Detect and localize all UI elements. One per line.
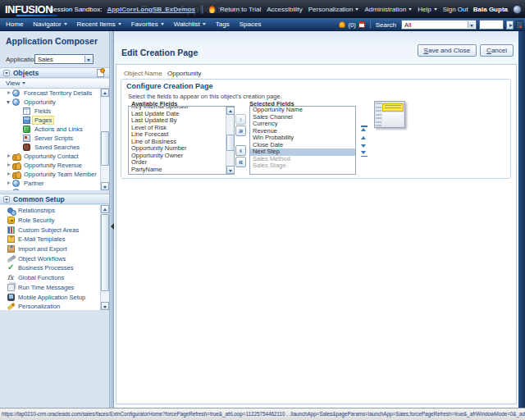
- cancel-button[interactable]: Cancel: [480, 44, 514, 57]
- nav-item[interactable]: Spaces: [240, 21, 262, 28]
- remove-all-button[interactable]: «: [235, 157, 246, 167]
- expand-arrow-icon[interactable]: [7, 154, 11, 158]
- collapse-chevron-icon[interactable]: [3, 196, 10, 203]
- globe-icon[interactable]: [513, 5, 522, 14]
- list-item[interactable]: Currency: [250, 121, 355, 128]
- session-sandbox-link[interactable]: ApplCoreLongSB_ExDemos: [107, 6, 195, 13]
- list-item[interactable]: Role Security: [0, 216, 100, 226]
- list-item[interactable]: Sales Method: [250, 156, 355, 163]
- move-selected-button[interactable]: ›: [235, 114, 246, 125]
- list-item[interactable]: Revenue: [250, 128, 355, 135]
- expand-arrow-icon[interactable]: [7, 172, 11, 176]
- list-item[interactable]: Order: [129, 159, 226, 167]
- objects-panel-header[interactable]: Objects: [0, 67, 109, 78]
- scroll-up-button[interactable]: [226, 107, 235, 115]
- tree-item[interactable]: Opportunity Team Member: [0, 170, 100, 179]
- remove-selected-button[interactable]: ‹: [235, 145, 246, 156]
- move-to-bottom-icon[interactable]: [360, 150, 368, 158]
- list-item[interactable]: Last Update Date: [129, 111, 226, 118]
- list-item[interactable]: Sales Stage: [250, 162, 355, 170]
- save-and-close-button[interactable]: Save and Close: [418, 44, 477, 57]
- expand-arrow-icon[interactable]: [7, 91, 11, 95]
- nav-item[interactable]: Watchlist: [174, 21, 206, 28]
- tree-item[interactable]: Saved Searches: [0, 143, 100, 152]
- expand-arrow-icon[interactable]: [7, 181, 11, 185]
- tree-item[interactable]: Fields: [0, 107, 100, 116]
- nav-item[interactable]: Favorites: [131, 21, 164, 28]
- list-item[interactable]: Opportunity Owner: [129, 153, 226, 160]
- list-item[interactable]: Personalization: [0, 302, 100, 310]
- list-item[interactable]: Level of Risk: [129, 125, 226, 132]
- scrollbar[interactable]: [226, 107, 234, 174]
- top-link[interactable]: Sign Out: [443, 6, 468, 13]
- available-fields-list[interactable]: Key Internal SponsorLast Update DateLast…: [128, 106, 235, 175]
- notifications-bell-icon[interactable]: [339, 21, 345, 28]
- list-item[interactable]: Opportunity Name: [250, 107, 355, 114]
- common-setup-panel-header[interactable]: Common Setup: [0, 194, 109, 204]
- list-item[interactable]: PartyName: [129, 167, 226, 174]
- scroll-thumb[interactable]: [226, 135, 235, 151]
- list-item[interactable]: Opportunity Number: [129, 145, 226, 153]
- move-to-top-icon[interactable]: [360, 126, 368, 133]
- tree-item[interactable]: Partner: [0, 179, 100, 188]
- nav-item[interactable]: Navigator: [33, 21, 66, 28]
- tree-item[interactable]: Opportunity Revenue: [0, 161, 100, 170]
- scroll-up-button[interactable]: [101, 89, 109, 97]
- scrollbar[interactable]: [100, 89, 109, 190]
- list-item[interactable]: Win Probability: [250, 135, 355, 142]
- scroll-up-button[interactable]: [101, 205, 109, 213]
- new-object-icon[interactable]: [97, 69, 104, 77]
- collapse-panel-arrow-icon[interactable]: [111, 223, 114, 230]
- tree-item[interactable]: [0, 188, 100, 190]
- scroll-thumb[interactable]: [101, 214, 109, 291]
- move-all-button[interactable]: »: [235, 126, 246, 136]
- list-item[interactable]: Line Forecast: [129, 131, 226, 139]
- list-item[interactable]: Object Workflows: [0, 253, 100, 263]
- top-link[interactable]: Help: [418, 6, 436, 13]
- scroll-down-button[interactable]: [101, 182, 109, 190]
- list-item[interactable]: E-Mail Templates: [0, 235, 100, 244]
- list-item[interactable]: Last Updated By: [129, 117, 226, 125]
- list-item[interactable]: Close Date: [250, 142, 355, 149]
- search-input[interactable]: [479, 20, 504, 30]
- list-item[interactable]: Line of Business: [129, 139, 226, 146]
- collapse-chevron-icon[interactable]: [3, 70, 10, 76]
- tree-item[interactable]: Forecast Territory Details: [0, 89, 100, 98]
- list-item[interactable]: Custom Subject Areas: [0, 225, 100, 235]
- nav-item[interactable]: Tags: [216, 21, 230, 28]
- expand-arrow-icon[interactable]: [7, 100, 11, 104]
- advanced-search-icon[interactable]: [516, 21, 523, 30]
- list-item[interactable]: Import and Export: [0, 244, 100, 254]
- tree-item[interactable]: Pages: [0, 116, 100, 125]
- application-select[interactable]: Sales: [34, 54, 94, 64]
- top-link[interactable]: Accessibility: [267, 6, 303, 13]
- list-item[interactable]: Sales Channel: [250, 114, 355, 121]
- list-item[interactable]: PartyUniqueName1: [129, 173, 226, 175]
- tree-item[interactable]: Opportunity Contact: [0, 152, 100, 161]
- top-link[interactable]: Return to Trial: [220, 6, 261, 13]
- tree-item[interactable]: Server Scripts: [0, 134, 100, 143]
- search-go-button[interactable]: [506, 21, 514, 30]
- search-scope-select[interactable]: All: [401, 20, 477, 30]
- tree-item[interactable]: Actions and Links: [0, 125, 100, 134]
- nav-item[interactable]: Home: [6, 21, 23, 28]
- view-menu-button[interactable]: View: [6, 80, 20, 87]
- top-link[interactable]: Administration: [364, 6, 412, 13]
- move-down-icon[interactable]: [360, 143, 368, 150]
- scrollbar[interactable]: [100, 205, 109, 310]
- scroll-thumb[interactable]: [101, 131, 109, 166]
- move-up-icon[interactable]: [360, 135, 368, 142]
- top-link[interactable]: Personalization: [308, 6, 359, 13]
- list-item[interactable]: Mobile Application Setup: [0, 292, 100, 302]
- nav-item[interactable]: Recent Items: [77, 21, 121, 28]
- selected-fields-list[interactable]: Opportunity NameSales ChannelCurrencyRev…: [249, 106, 356, 175]
- list-item[interactable]: Run Time Messages: [0, 283, 100, 293]
- calendar-icon[interactable]: [358, 21, 365, 28]
- list-item[interactable]: Next Step: [250, 148, 355, 156]
- scroll-down-button[interactable]: [101, 302, 109, 310]
- expand-arrow-icon[interactable]: [7, 163, 11, 167]
- list-item[interactable]: Business Processes: [0, 263, 100, 273]
- list-item[interactable]: Relationships: [0, 206, 100, 216]
- list-item[interactable]: Global Functions: [0, 273, 100, 283]
- tree-item[interactable]: Opportunity: [0, 98, 100, 107]
